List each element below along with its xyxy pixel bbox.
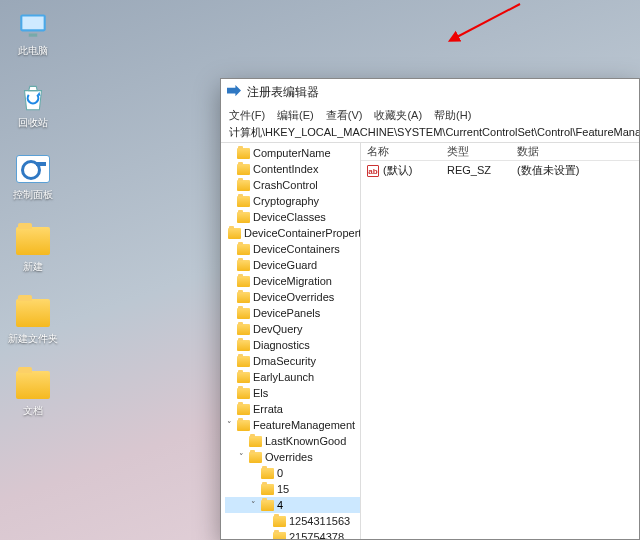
folder-3-icon <box>16 368 50 402</box>
menu-item[interactable]: 收藏夹(A) <box>374 108 422 123</box>
icon-label: 新建文件夹 <box>8 332 58 346</box>
tree-item[interactable]: Els <box>225 385 360 401</box>
tree-item[interactable]: DevQuery <box>225 321 360 337</box>
tree-item[interactable]: EarlyLaunch <box>225 369 360 385</box>
col-data[interactable]: 数据 <box>511 144 639 159</box>
folder-icon <box>237 308 250 319</box>
folder-icon <box>237 276 250 287</box>
values-header: 名称 类型 数据 <box>361 143 639 161</box>
folder-icon <box>237 372 250 383</box>
folder-icon <box>261 500 274 511</box>
folder-icon <box>237 180 250 191</box>
regedit-icon <box>227 85 241 99</box>
menu-item[interactable]: 文件(F) <box>229 108 265 123</box>
icon-label: 回收站 <box>18 116 48 130</box>
folder-icon <box>237 148 250 159</box>
tree-item[interactable]: CrashControl <box>225 177 360 193</box>
address-bar[interactable]: 计算机\HKEY_LOCAL_MACHINE\SYSTEM\CurrentCon… <box>221 125 639 143</box>
tree-item-label: DeviceOverrides <box>253 291 334 303</box>
col-type[interactable]: 类型 <box>441 144 511 159</box>
folder-icon <box>237 212 250 223</box>
twisty-icon[interactable]: ˅ <box>237 452 246 462</box>
tree-item[interactable]: LastKnownGood <box>225 433 360 449</box>
folder-icon <box>273 532 286 540</box>
recycle-bin-icon <box>16 80 50 114</box>
icon-label: 控制面板 <box>13 188 53 202</box>
tree-item[interactable]: ComputerName <box>225 145 360 161</box>
tree-item[interactable]: Errata <box>225 401 360 417</box>
folder-icon <box>237 404 250 415</box>
tree-item-label: 0 <box>277 467 283 479</box>
tree-item[interactable]: 0 <box>225 465 360 481</box>
menu-item[interactable]: 编辑(E) <box>277 108 314 123</box>
tree-item[interactable]: ˅FeatureManagement <box>225 417 360 433</box>
desktop-icon-this-pc[interactable]: 此电脑 <box>8 8 58 58</box>
tree-item-label: DeviceMigration <box>253 275 332 287</box>
string-value-icon: ab <box>367 165 379 177</box>
tree-item-label: DmaSecurity <box>253 355 316 367</box>
folder-2-icon <box>16 296 50 330</box>
tree-item-label: 4 <box>277 499 283 511</box>
tree-item[interactable]: DeviceMigration <box>225 273 360 289</box>
value-data: (数值未设置) <box>511 163 639 178</box>
desktop-icon-folder-1[interactable]: 新建 <box>8 224 58 274</box>
value-row[interactable]: ab(默认)REG_SZ(数值未设置) <box>361 161 639 179</box>
folder-icon <box>249 436 262 447</box>
tree-item[interactable]: 215754378 <box>225 529 360 539</box>
icon-label: 文档 <box>23 404 43 418</box>
folder-icon <box>228 228 241 239</box>
tree-item-label: Diagnostics <box>253 339 310 351</box>
tree-item-label: LastKnownGood <box>265 435 346 447</box>
desktop-icon-control-panel[interactable]: 控制面板 <box>8 152 58 202</box>
folder-icon <box>237 244 250 255</box>
tree-item[interactable]: DeviceGuard <box>225 257 360 273</box>
svg-rect-1 <box>22 17 43 30</box>
folder-icon <box>237 196 250 207</box>
tree-item[interactable]: 15 <box>225 481 360 497</box>
tree-item-label: EarlyLaunch <box>253 371 314 383</box>
folder-icon <box>237 164 250 175</box>
tree-item[interactable]: DmaSecurity <box>225 353 360 369</box>
tree-item[interactable]: 1254311563 <box>225 513 360 529</box>
tree-item[interactable]: DeviceContainerPropertyUpda <box>225 225 360 241</box>
tree-item[interactable]: DeviceClasses <box>225 209 360 225</box>
desktop-icon-folder-3[interactable]: 文档 <box>8 368 58 418</box>
icon-label: 新建 <box>23 260 43 274</box>
folder-icon <box>237 324 250 335</box>
window-title: 注册表编辑器 <box>247 84 319 101</box>
menu-item[interactable]: 查看(V) <box>326 108 363 123</box>
tree-item-label: DeviceContainers <box>253 243 340 255</box>
value-type: REG_SZ <box>441 164 511 176</box>
folder-icon <box>237 260 250 271</box>
desktop-icon-recycle-bin[interactable]: 回收站 <box>8 80 58 130</box>
control-panel-icon <box>16 152 50 186</box>
tree-item[interactable]: DeviceOverrides <box>225 289 360 305</box>
desktop-icon-folder-2[interactable]: 新建文件夹 <box>8 296 58 346</box>
tree-item[interactable]: ˅Overrides <box>225 449 360 465</box>
twisty-icon[interactable]: ˅ <box>249 500 258 510</box>
tree-item[interactable]: ContentIndex <box>225 161 360 177</box>
desktop-icons: 此电脑回收站控制面板新建新建文件夹文档 <box>8 8 58 418</box>
tree-item-label: 1254311563 <box>289 515 350 527</box>
folder-icon <box>237 356 250 367</box>
tree-item[interactable]: DeviceContainers <box>225 241 360 257</box>
tree-item-label: DeviceGuard <box>253 259 317 271</box>
tree-item[interactable]: DevicePanels <box>225 305 360 321</box>
values-pane[interactable]: 名称 类型 数据 ab(默认)REG_SZ(数值未设置) <box>361 143 639 539</box>
folder-1-icon <box>16 224 50 258</box>
twisty-icon[interactable]: ˅ <box>225 420 234 430</box>
folder-icon <box>261 484 274 495</box>
tree-item-label: DevicePanels <box>253 307 320 319</box>
tree-item[interactable]: Diagnostics <box>225 337 360 353</box>
folder-icon <box>237 420 250 431</box>
tree-item[interactable]: ˅4 <box>225 497 360 513</box>
tree-item[interactable]: Cryptography <box>225 193 360 209</box>
value-name: ab(默认) <box>361 163 441 178</box>
tree-item-label: Cryptography <box>253 195 319 207</box>
this-pc-icon <box>16 8 50 42</box>
titlebar[interactable]: 注册表编辑器 <box>221 79 639 105</box>
menu-item[interactable]: 帮助(H) <box>434 108 471 123</box>
col-name[interactable]: 名称 <box>361 144 441 159</box>
tree-pane[interactable]: ComputerNameContentIndexCrashControlCryp… <box>221 143 361 539</box>
tree-item-label: Errata <box>253 403 283 415</box>
